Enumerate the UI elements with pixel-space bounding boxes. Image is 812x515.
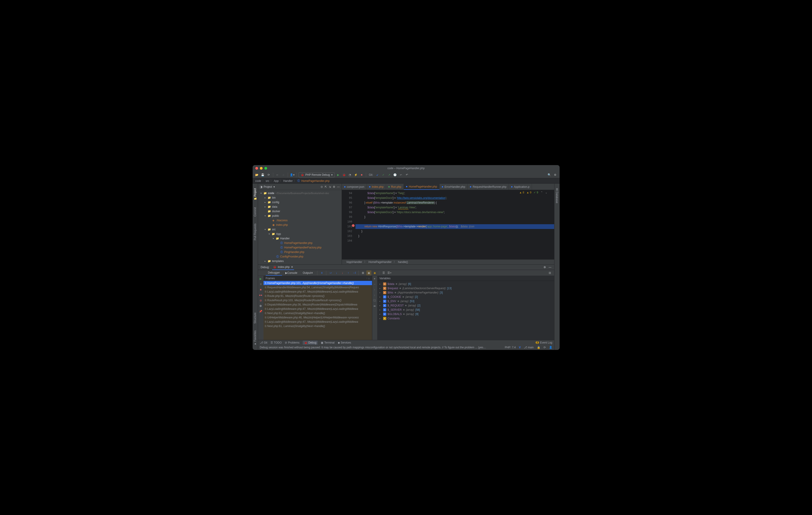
up-icon[interactable]: ↑ — [374, 288, 375, 291]
tree-node[interactable]: ▸📁config — [258, 200, 342, 205]
trace-icon[interactable]: ◉ — [366, 270, 371, 275]
add-watch-icon[interactable]: ☰+ — [387, 270, 392, 275]
tree-node[interactable]: ▾📁public — [258, 214, 342, 218]
person-icon[interactable]: 👤 — [549, 346, 552, 349]
tree-node[interactable]: ▾📁App — [258, 232, 342, 236]
editor-tab[interactable]: Application.p — [509, 184, 532, 190]
stack-frame[interactable]: ⎘ LazyLoadingMiddleware.php:47, Mezzio|M… — [263, 320, 372, 324]
breadcrumb-item[interactable]: src — [266, 179, 269, 183]
expand-all-icon[interactable]: ⇱ — [325, 185, 327, 188]
history-icon[interactable]: 🕑 — [393, 172, 398, 177]
project-title[interactable]: Project — [264, 185, 272, 188]
stack-frame[interactable]: ⎘ Next.php:61, Laminas|Stratigility|Next… — [263, 324, 372, 328]
link-icon[interactable]: ∞ — [374, 304, 376, 307]
git-tool-btn[interactable]: ⎇ Git — [260, 341, 267, 344]
editor-tab[interactable]: index.php — [367, 184, 386, 190]
mute-bp-icon[interactable]: ⊘ — [260, 299, 262, 302]
save-icon[interactable]: 💾 — [260, 172, 265, 177]
resume-icon[interactable]: ▶ — [260, 277, 262, 280]
editor-tab[interactable]: composer.json — [342, 184, 367, 190]
pullreq-tool-tab[interactable]: Pull Requests — [254, 223, 257, 240]
rollback-icon[interactable]: ⤺ — [399, 172, 404, 177]
force-step-icon[interactable]: ↓ — [340, 270, 345, 275]
tree-node[interactable]: ◈.htaccess — [258, 218, 342, 223]
favorites-tool-tab[interactable]: ★ Favorites — [254, 330, 257, 345]
profile-icon[interactable]: ⚡ — [353, 172, 358, 177]
crumb-item[interactable]: HomePageHandler — [369, 261, 392, 264]
chevron-down-icon[interactable]: ▾ — [273, 185, 275, 188]
vagrant-icon[interactable]: V — [519, 346, 521, 349]
tree-node[interactable]: ▸📁bin — [258, 195, 342, 200]
breakpoint-icon[interactable] — [352, 224, 354, 227]
remove-icon[interactable]: − — [374, 283, 375, 286]
editor-tab[interactable]: RequestHandlerRunner.php — [468, 184, 509, 190]
collapse-all-icon[interactable]: ⇲ — [329, 185, 331, 188]
copy-icon[interactable]: ⿻ — [373, 299, 376, 302]
pause-icon[interactable]: ⏸ — [259, 283, 262, 286]
variable-row[interactable]: ▸≡ $_REQUEST = {array} [2] — [377, 303, 554, 307]
problems-tool-btn[interactable]: ⊘ Problems — [285, 341, 299, 344]
structure-tool-tab[interactable]: Structure — [254, 312, 257, 324]
with-me-icon[interactable]: 👤▾ — [290, 172, 295, 177]
back-icon[interactable]: ← — [275, 172, 280, 177]
debug-session-tab[interactable]: 🐞 index.php ✕ — [272, 265, 294, 270]
variable-row[interactable]: ▸≡ Constants — [377, 316, 554, 321]
editor-tab[interactable]: ErrorHandler.php — [439, 184, 468, 190]
stack-frame[interactable]: ⎘ DispatchMiddleware.php:36, Mezzio|Rout… — [263, 302, 372, 307]
tree-node[interactable]: ◉index.php — [258, 223, 342, 227]
select-opened-icon[interactable]: ⊙ — [321, 185, 323, 188]
variable-row[interactable]: ▸≡ $request = {Laminas\Diactoros\ServerR… — [377, 286, 554, 290]
tree-node[interactable]: ▾📁src — [258, 227, 342, 232]
debug-tool-btn[interactable]: 🐞 Debug — [303, 341, 318, 345]
stack-frame[interactable]: ⎘ HomePageHandler.php:101, App|Handler|H… — [263, 281, 372, 285]
evaluate-icon[interactable]: ⊞ — [360, 270, 366, 275]
commit-icon[interactable]: ✓ — [381, 172, 386, 177]
open-icon[interactable]: 📂 — [255, 172, 259, 177]
push-icon[interactable]: ↗ — [387, 172, 392, 177]
breadcrumb-item[interactable]: Handler — [283, 179, 293, 183]
editor-tab[interactable]: Run.php — [386, 184, 404, 190]
step-over-icon[interactable]: ⤻ — [328, 270, 333, 275]
debugger-tab[interactable]: Debugger — [266, 270, 282, 276]
maximize-traffic-light[interactable] — [264, 167, 267, 170]
tree-root[interactable]: ▾📁 code ~/Documents/Business/Projects/Bo… — [258, 191, 342, 195]
run-config-selector[interactable]: 🐞 PHP Remote Debug ▾ — [299, 172, 335, 177]
frames-list[interactable]: ⎘ HomePageHandler.php:101, App|Handler|H… — [263, 281, 372, 340]
gear-icon[interactable]: ⚙ — [333, 185, 335, 188]
pin-icon[interactable]: 📌 — [259, 310, 262, 313]
tree-node[interactable]: ⒸHomePageHandler.php — [258, 241, 342, 245]
variable-row[interactable]: ▸≡ $_ENV = {array} [53] — [377, 299, 554, 303]
crumb-item[interactable]: \App\Handler — [346, 261, 362, 264]
forward-icon[interactable]: → — [281, 172, 286, 177]
commit-tool-tab[interactable]: Commit — [254, 207, 257, 216]
todo-tool-btn[interactable]: ☰ TODO — [270, 341, 282, 344]
status-message[interactable]: Debug session was finished without being… — [260, 346, 487, 349]
undo-icon[interactable]: ↶ — [404, 172, 409, 177]
stop-icon[interactable]: ■ — [359, 172, 364, 177]
stack-frame[interactable]: ⎘ RequestHandlerMiddleware.php:54, Lamin… — [263, 285, 372, 290]
lock-icon[interactable]: 🔒 — [537, 346, 540, 349]
stack-frame[interactable]: ⎘ UrlHelperMiddleware.php:46, Mezzio|Hel… — [263, 315, 372, 320]
crumb-item[interactable]: handle() — [398, 261, 408, 264]
variable-row[interactable]: ▸≡ $this = {App\Handler\HomePageHandler}… — [377, 290, 554, 295]
breadcrumb-item[interactable]: code — [255, 179, 261, 183]
run-to-cursor-icon[interactable]: →I — [352, 270, 357, 275]
stack-frame[interactable]: ⎘ LazyLoadingMiddleware.php:47, Mezzio|M… — [263, 290, 372, 294]
tree-node[interactable]: ▾📁Handler — [258, 236, 342, 241]
tree-node[interactable]: ⒸHomePageHandlerFactory.php — [258, 245, 342, 250]
settings-icon[interactable]: ⚙ — [259, 304, 262, 307]
refresh-icon[interactable]: ⟳ — [266, 172, 271, 177]
editor-tab[interactable]: HomePageHandler.php — [404, 184, 439, 190]
update-icon[interactable]: ↙ — [375, 172, 380, 177]
tree-node[interactable]: 📁docker — [258, 209, 342, 214]
tree-node[interactable]: ⒸConfigProvider.php — [258, 254, 342, 259]
settings-icon[interactable]: ⚙ — [553, 172, 558, 177]
tree-node[interactable]: ▸📁data — [258, 205, 342, 209]
debug-icon[interactable]: 🐞 — [342, 172, 346, 177]
sync-icon[interactable]: ⟳ — [544, 346, 546, 349]
variable-row[interactable]: ▸≡ $GLOBALS = {array} [9] — [377, 312, 554, 316]
stack-frame[interactable]: ⎘ LazyLoadingMiddleware.php:47, Mezzio|M… — [263, 307, 372, 311]
stack-frame[interactable]: ⎘ Route.php:91, Mezzio|Router|Route->pro… — [263, 294, 372, 298]
tree-node[interactable]: ⒸPingHandler.php — [258, 250, 342, 254]
output-tab[interactable]: Output ✕ — [300, 270, 315, 276]
